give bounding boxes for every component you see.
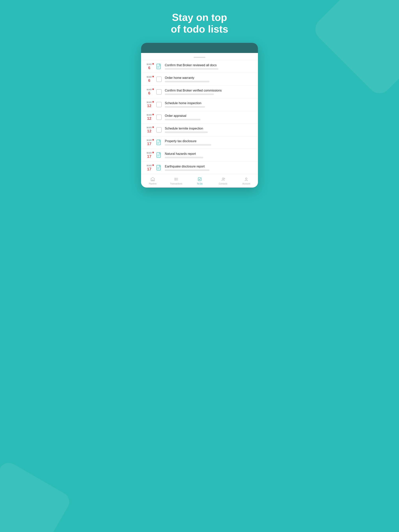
task-title: Order appraisal (165, 114, 254, 118)
transactions-icon (174, 177, 179, 182)
task-title: Property tax disclosure (165, 139, 254, 143)
task-month: MAR (147, 101, 152, 103)
task-content: Order appraisal (165, 114, 254, 120)
task-item[interactable]: MAR12Schedule home inspection (141, 98, 258, 111)
contacts-icon (220, 177, 225, 182)
task-subtitle-bar (165, 119, 200, 120)
svg-rect-5 (157, 143, 159, 144)
nav-contacts[interactable]: Contacts (217, 177, 229, 185)
task-item[interactable]: MAR6Confirm that Broker verified commiss… (141, 85, 258, 98)
task-month: MAR (147, 152, 152, 154)
task-day: 17 (147, 154, 151, 159)
task-day: 12 (147, 103, 151, 108)
task-checkbox[interactable] (156, 102, 162, 107)
task-day: 6 (148, 65, 150, 70)
task-day: 17 (147, 167, 151, 171)
task-item[interactable]: MAR12Schedule termite inspection (141, 123, 258, 136)
overdue-dot (152, 126, 154, 128)
task-title: Confirm that Broker verified commissions (165, 89, 254, 92)
svg-rect-22 (198, 177, 201, 181)
overdue-dot (152, 139, 154, 141)
account-label: Account (242, 183, 250, 185)
task-subtitle-bar (165, 81, 209, 82)
transactions-label: Transactions (170, 183, 182, 185)
nav-pipeline[interactable]: Pipeline (147, 177, 159, 185)
doc-icon (156, 139, 162, 146)
task-item[interactable]: MAR17 Earthquake disclosure report (141, 161, 258, 174)
task-subtitle-bar (165, 169, 209, 171)
task-item[interactable]: MAR6Order home warranty (141, 73, 258, 85)
task-content: Schedule home inspection (165, 101, 254, 108)
task-subtitle-bar (165, 132, 208, 133)
task-month: MAR (147, 63, 152, 65)
task-content: Schedule termite inspection (165, 127, 254, 133)
task-month: MAR (147, 114, 152, 116)
nav-account[interactable]: Account (240, 177, 252, 185)
todo-icon (197, 177, 202, 182)
svg-rect-7 (157, 155, 160, 155)
task-month: MAR (147, 89, 152, 91)
task-checkbox[interactable] (156, 89, 162, 95)
task-checkbox[interactable] (156, 127, 162, 133)
task-content: Natural hazards report (165, 152, 254, 158)
svg-rect-4 (157, 142, 160, 143)
pipeline-icon (150, 177, 155, 182)
overdue-dot (152, 152, 154, 153)
task-title: Confirm that Broker reviewed all docs (165, 63, 254, 67)
task-date: MAR6 (145, 76, 154, 83)
task-day: 12 (147, 129, 151, 133)
task-month: MAR (147, 76, 152, 78)
scroll-indicator (141, 55, 258, 60)
task-item[interactable]: MAR17 Property tax disclosure (141, 136, 258, 149)
overdue-dot (152, 89, 154, 90)
task-day: 17 (147, 141, 151, 146)
svg-rect-11 (157, 168, 159, 169)
task-checkbox[interactable] (156, 114, 162, 120)
task-date: MAR12 (145, 101, 154, 108)
task-list-container: MAR6 Confirm that Broker reviewed all do… (141, 53, 258, 174)
task-item[interactable]: MAR17 Natural hazards report (141, 149, 258, 161)
task-date: MAR17 (145, 164, 154, 171)
card-header (141, 43, 258, 53)
svg-point-25 (245, 178, 247, 179)
task-day: 12 (147, 116, 151, 121)
doc-icon (156, 63, 162, 70)
doc-icon (156, 165, 162, 171)
nav-todo[interactable]: To Do (194, 177, 206, 185)
task-date: MAR17 (145, 152, 154, 159)
pipeline-label: Pipeline (149, 183, 156, 185)
bottom-nav: Pipeline Transactions (141, 174, 258, 188)
task-date: MAR6 (145, 63, 154, 70)
task-month: MAR (147, 139, 152, 141)
task-title: Natural hazards report (165, 152, 254, 156)
overdue-dot (152, 76, 154, 77)
task-title: Schedule termite inspection (165, 127, 254, 130)
hero-title: Stay on topof todo lists (171, 12, 228, 35)
task-subtitle-bar (165, 106, 205, 108)
task-title: Order home warranty (165, 76, 254, 80)
task-content: Order home warranty (165, 76, 254, 82)
task-date: MAR12 (145, 126, 154, 133)
overdue-dot (152, 114, 154, 115)
overdue-dot (152, 101, 154, 103)
nav-transactions[interactable]: Transactions (170, 177, 182, 185)
task-month: MAR (147, 164, 152, 167)
app-card: MAR6 Confirm that Broker reviewed all do… (141, 43, 258, 188)
task-title: Earthquake disclosure report (165, 165, 254, 168)
svg-rect-8 (157, 156, 159, 156)
svg-rect-2 (157, 67, 159, 68)
task-item[interactable]: MAR6 Confirm that Broker reviewed all do… (141, 60, 258, 73)
task-day: 6 (148, 78, 150, 83)
todo-label: To Do (197, 183, 203, 185)
task-date: MAR17 (145, 139, 154, 146)
task-content: Confirm that Broker reviewed all docs (165, 63, 254, 70)
task-content: Confirm that Broker verified commissions (165, 89, 254, 95)
task-subtitle-bar (165, 94, 214, 95)
task-subtitle-bar (165, 157, 203, 158)
task-list: MAR6 Confirm that Broker reviewed all do… (141, 60, 258, 174)
task-title: Schedule home inspection (165, 101, 254, 105)
account-icon (244, 177, 249, 182)
task-checkbox[interactable] (156, 76, 162, 82)
task-item[interactable]: MAR12Order appraisal (141, 111, 258, 123)
scroll-bar (194, 57, 205, 58)
